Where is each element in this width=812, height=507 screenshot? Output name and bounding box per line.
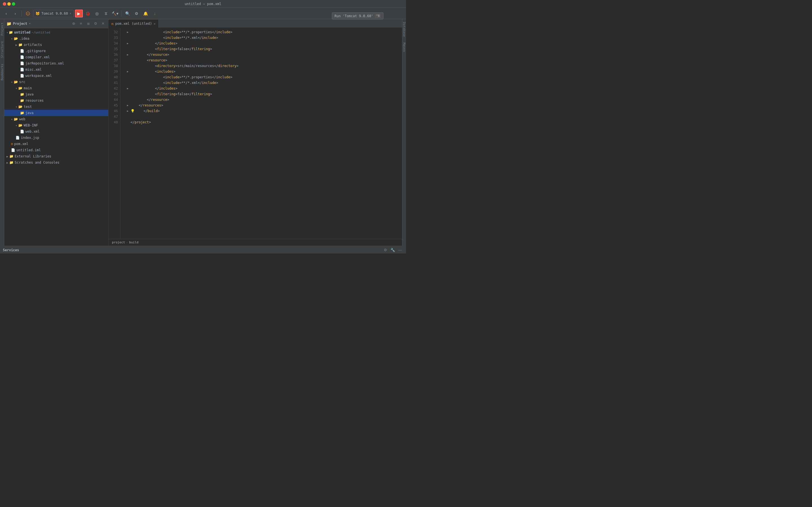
tree-item-misc-xml[interactable]: 📄 misc.xml bbox=[4, 66, 108, 73]
code-line-47 bbox=[125, 114, 402, 119]
expand-all-button[interactable]: ≣ bbox=[85, 20, 91, 27]
tree-item-workspace-xml[interactable]: 📄 workspace.xml bbox=[4, 73, 108, 79]
code-line-40: <include>**/*.properties</include> bbox=[125, 74, 402, 80]
code-editor[interactable]: ▶ <include>**/*.properties</include> <in… bbox=[120, 28, 402, 239]
minimize-button[interactable] bbox=[7, 2, 11, 6]
left-sidebar: Project Structure Bookmarks bbox=[0, 19, 4, 245]
tree-item-gitignore[interactable]: 📄 .gitignore bbox=[4, 48, 108, 54]
code-line-39: ▶ <includes> bbox=[125, 69, 402, 74]
sidebar-project-label[interactable]: Project bbox=[0, 20, 4, 38]
tree-item-jar-repositories[interactable]: 📄 jarRepositories.xml bbox=[4, 60, 108, 66]
run-button[interactable]: ▶ bbox=[75, 10, 83, 17]
maximize-button[interactable] bbox=[12, 2, 15, 6]
tab-label: pom.xml (untitled) bbox=[115, 22, 152, 25]
coverage-button[interactable]: ◎ bbox=[93, 10, 101, 17]
title-bar: untitled – pom.xml bbox=[0, 0, 406, 8]
breadcrumb-item-build[interactable]: build bbox=[129, 240, 139, 244]
project-panel: 📁 Project ▾ ⊕ ≡ ≣ ⚙ ✕ ▾ 📁 untitled ~/unt… bbox=[4, 19, 109, 245]
right-panel-maven[interactable]: Maven bbox=[402, 40, 406, 55]
window-controls[interactable] bbox=[3, 2, 15, 6]
project-panel-title: Project bbox=[13, 22, 28, 25]
run-config-label: Tomcat 9.0.60 bbox=[42, 11, 68, 15]
code-line-34: ▶ </includes> bbox=[125, 41, 402, 46]
run-tooltip: Run 'Tomcat 9.0.60' ^R bbox=[332, 12, 384, 19]
tree-item-untitled[interactable]: ▾ 📁 untitled ~/untitled bbox=[4, 29, 108, 36]
updates-button[interactable]: ↓ bbox=[151, 10, 159, 17]
right-panel: Database Maven bbox=[402, 19, 406, 245]
line-numbers: 32 33 34 35 36 37 38 39 40 41 42 43 44 4… bbox=[109, 28, 120, 239]
close-project-panel-button[interactable]: ✕ bbox=[100, 20, 106, 27]
tree-item-artifacts[interactable]: ▶ 📁 artifacts bbox=[4, 42, 108, 48]
code-line-43: <filtering>false</filtering> bbox=[125, 91, 402, 97]
tree-item-main[interactable]: ▾ 📂 main bbox=[4, 85, 108, 91]
main-layout: Project Structure Bookmarks 📁 Project ▾ … bbox=[0, 19, 406, 245]
window-title: untitled – pom.xml bbox=[185, 2, 221, 6]
services-gear-button[interactable]: 🔧 bbox=[390, 247, 396, 253]
right-panel-database[interactable]: Database bbox=[402, 19, 406, 40]
editor-tab-pomxml[interactable]: m pom.xml (untitled) ✕ bbox=[109, 20, 159, 27]
build-dropdown-button[interactable]: 🔨▾ bbox=[111, 10, 119, 17]
services-settings-button[interactable]: ⚙ bbox=[382, 247, 389, 253]
tree-item-compiler-xml[interactable]: 📄 compiler.xml bbox=[4, 54, 108, 60]
code-line-48: </project> bbox=[125, 119, 402, 125]
code-line-35: <filtering>false</filtering> bbox=[125, 46, 402, 52]
tree-item-webxml[interactable]: 📄 web.xml bbox=[4, 128, 108, 135]
tree-item-indexjsp[interactable]: 📄 index.jsp bbox=[4, 135, 108, 141]
code-line-41: <include>**/*.xml</include> bbox=[125, 80, 402, 86]
run-config-dropdown[interactable]: m bbox=[24, 10, 32, 17]
tree-item-web[interactable]: ▾ 📂 web bbox=[4, 116, 108, 122]
forward-button[interactable]: › bbox=[11, 10, 19, 17]
tree-item-webinf[interactable]: ▾ 📂 WEB-INF bbox=[4, 122, 108, 128]
project-panel-header: 📁 Project ▾ ⊕ ≡ ≣ ⚙ ✕ bbox=[4, 19, 108, 28]
project-settings-button[interactable]: ⚙ bbox=[93, 20, 99, 27]
editor-tabs: m pom.xml (untitled) ✕ bbox=[109, 19, 402, 28]
code-line-32: ▶ <include>**/*.properties</include> bbox=[125, 29, 402, 35]
services-panel-header: Services ⚙ 🔧 — bbox=[0, 246, 406, 253]
notifications-button[interactable]: 🔔 bbox=[142, 10, 150, 17]
tooltip-text: Run 'Tomcat 9.0.60' bbox=[335, 14, 373, 18]
services-panel: Services ⚙ 🔧 — ⬆ ⬇ ⊞ ▽ 📌 + ▾ 🐱 Tomcat Se… bbox=[0, 245, 406, 253]
tree-item-java-main[interactable]: 📁 java bbox=[4, 91, 108, 98]
project-dropdown-arrow[interactable]: ▾ bbox=[29, 22, 31, 25]
close-button[interactable] bbox=[3, 2, 6, 6]
debug-button[interactable]: 🐞 bbox=[84, 10, 92, 17]
sidebar-structure-label[interactable]: Structure bbox=[0, 39, 4, 60]
run-configuration-selector[interactable]: 🐱 Tomcat 9.0.60 ▾ bbox=[33, 10, 74, 17]
code-line-36: ▶ </resource> bbox=[125, 52, 402, 57]
tree-item-src[interactable]: ▾ 📂 src bbox=[4, 79, 108, 85]
project-tree: ▾ 📁 untitled ~/untitled ▾ 📂 .idea ▶ 📁 ar… bbox=[4, 28, 108, 245]
locate-file-button[interactable]: ⊕ bbox=[70, 20, 77, 27]
tree-item-external-libs[interactable]: ▶ 📁 External Libraries bbox=[4, 153, 108, 159]
tooltip-shortcut: ^R bbox=[375, 14, 381, 18]
editor-content: 32 33 34 35 36 37 38 39 40 41 42 43 44 4… bbox=[109, 28, 402, 239]
sidebar-bookmarks-label[interactable]: Bookmarks bbox=[0, 61, 4, 83]
settings-button[interactable]: ⚙ bbox=[133, 10, 141, 17]
services-minimize-button[interactable]: — bbox=[397, 247, 403, 253]
svg-text:m: m bbox=[27, 12, 29, 15]
code-line-37: <resource> bbox=[125, 57, 402, 63]
tab-close-button[interactable]: ✕ bbox=[154, 22, 156, 25]
tree-item-scratches[interactable]: ▶ 📁 Scratches and Consoles bbox=[4, 159, 108, 166]
code-line-45: ▶ </resources> bbox=[125, 103, 402, 108]
tree-item-java-test[interactable]: 📁 java bbox=[4, 110, 108, 116]
breadcrumb-separator: › bbox=[126, 240, 128, 244]
breadcrumb: project › build bbox=[109, 239, 402, 245]
code-line-46: ▶ 💡 </build> bbox=[125, 108, 402, 114]
profile-button[interactable]: ⧖ bbox=[102, 10, 110, 17]
tree-item-test[interactable]: ▾ 📂 test bbox=[4, 104, 108, 110]
tree-item-untitlediml[interactable]: 📄 untitled.iml bbox=[4, 147, 108, 153]
code-line-44: </resource> bbox=[125, 97, 402, 103]
tree-item-pomxml[interactable]: m pom.xml bbox=[4, 141, 108, 147]
tree-item-resources[interactable]: 📁 resources bbox=[4, 98, 108, 104]
services-panel-title: Services bbox=[3, 248, 19, 252]
code-line-33: <include>**/*.xml</include> bbox=[125, 35, 402, 41]
services-panel-actions: ⚙ 🔧 — bbox=[382, 247, 403, 253]
back-button[interactable]: ‹ bbox=[2, 10, 10, 17]
project-header-actions: ⊕ ≡ ≣ ⚙ ✕ bbox=[70, 20, 106, 27]
collapse-all-button[interactable]: ≡ bbox=[78, 20, 84, 27]
tree-item-idea[interactable]: ▾ 📂 .idea bbox=[4, 36, 108, 42]
search-everywhere-button[interactable]: 🔍 bbox=[124, 10, 132, 17]
editor-area: m pom.xml (untitled) ✕ 32 33 34 35 36 37… bbox=[109, 19, 402, 245]
code-line-42: ▶ </includes> bbox=[125, 86, 402, 91]
breadcrumb-item-project[interactable]: project bbox=[112, 240, 125, 244]
